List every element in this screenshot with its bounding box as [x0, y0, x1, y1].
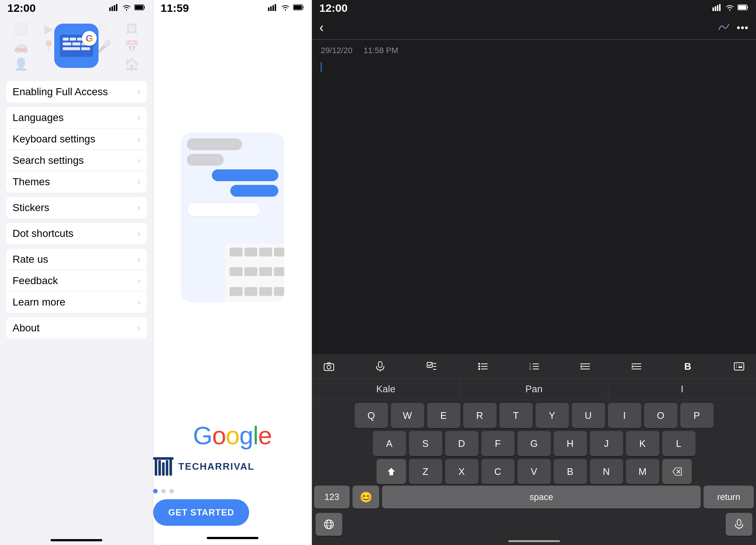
key-n[interactable]: N	[590, 459, 623, 484]
indent-button[interactable]	[627, 358, 646, 375]
menu-item-search-settings[interactable]: Search settings ›	[6, 150, 147, 171]
g-letter: G	[86, 33, 93, 44]
status-time-splash: 11:59	[161, 2, 189, 14]
menu-item-about[interactable]: About ›	[6, 317, 147, 339]
key-row-3: Z X C V B N M	[314, 459, 754, 484]
key-b[interactable]: B	[554, 459, 587, 484]
svg-rect-16	[169, 457, 172, 476]
notes-app-toolbar: ‹ •••	[312, 16, 756, 39]
svg-rect-6	[268, 7, 269, 11]
google-letter-g: G	[193, 421, 212, 449]
key-e[interactable]: E	[427, 403, 460, 428]
scribble-icon[interactable]	[718, 22, 729, 34]
key-p[interactable]: P	[680, 403, 714, 428]
notes-body[interactable]	[312, 58, 756, 354]
menu-item-rate-us[interactable]: Rate us ›	[6, 249, 147, 270]
menu-item-keyboard-settings[interactable]: Keyboard settings ›	[6, 128, 147, 150]
menu-item-feedback[interactable]: Feedback ›	[6, 270, 147, 292]
bold-button[interactable]: B	[678, 358, 697, 375]
key-h[interactable]: H	[554, 431, 587, 456]
key-s[interactable]: S	[409, 431, 442, 456]
google-letter-g2: g	[239, 421, 253, 449]
menu-item-dot-shortcuts[interactable]: Dot shortcuts ›	[6, 223, 147, 244]
key-z[interactable]: Z	[409, 459, 442, 484]
key-k[interactable]: K	[626, 431, 659, 456]
menu-item-enabling-full-access[interactable]: Enabling Full Access ›	[6, 81, 147, 103]
bullet-list-button[interactable]	[473, 358, 492, 375]
splash-panel: 11:59	[153, 0, 312, 545]
key-q[interactable]: Q	[355, 403, 388, 428]
svg-rect-11	[294, 6, 302, 10]
status-time-notes: 12:00	[319, 2, 348, 14]
key-m[interactable]: M	[626, 459, 659, 484]
notes-date-time: 29/12/20 11:58 PM	[321, 46, 747, 55]
menu-item-languages[interactable]: Languages ›	[6, 107, 147, 128]
wifi-icon-notes	[725, 4, 735, 13]
key-w[interactable]: W	[391, 403, 424, 428]
key-u[interactable]: U	[572, 403, 605, 428]
word-suggestions: Kale Pan I	[312, 379, 756, 400]
bg-icon-image: 🖼	[118, 20, 145, 38]
svg-rect-2	[114, 5, 115, 11]
suggestion-kale-text: Kale	[376, 383, 395, 395]
svg-point-59	[327, 520, 331, 529]
shift-key[interactable]	[377, 459, 406, 484]
menu-group-dot-shortcuts: Dot shortcuts ›	[6, 223, 147, 244]
space-key[interactable]: space	[382, 486, 701, 508]
back-button[interactable]: ‹	[319, 20, 324, 35]
battery-icon-splash	[293, 4, 304, 12]
numbered-list-button[interactable]: 1.2.3.	[525, 358, 544, 375]
bg-icon-files: ⬜	[7, 20, 35, 38]
mic-key[interactable]	[726, 513, 752, 536]
status-bar-settings: 12:00	[0, 0, 153, 16]
bottom-keyboard-row: 123 😊 space return	[312, 486, 756, 511]
return-key[interactable]: return	[704, 486, 754, 508]
key-i[interactable]: I	[608, 403, 641, 428]
keyboard-toggle-button[interactable]	[729, 358, 749, 375]
key-d[interactable]: D	[445, 431, 478, 456]
key-o[interactable]: O	[644, 403, 677, 428]
key-l[interactable]: L	[662, 431, 695, 456]
key-y[interactable]: Y	[536, 403, 569, 428]
key-c[interactable]: C	[481, 459, 515, 484]
suggestion-pan[interactable]: Pan	[460, 379, 608, 400]
google-letter-o2: o	[226, 421, 240, 449]
menu-group-access: Enabling Full Access ›	[6, 81, 147, 103]
key-g[interactable]: G	[518, 431, 551, 456]
delete-key[interactable]	[662, 459, 692, 484]
more-options-icon[interactable]: •••	[737, 22, 749, 34]
key-a[interactable]: A	[373, 431, 406, 456]
menu-item-themes[interactable]: Themes ›	[6, 171, 147, 193]
menu-item-stickers[interactable]: Stickers ›	[6, 197, 147, 218]
suggestion-i[interactable]: I	[608, 379, 756, 400]
bg-icon-car: 🚗	[7, 38, 35, 55]
audio-button[interactable]	[371, 358, 390, 375]
key-v[interactable]: V	[518, 459, 551, 484]
emoji-key[interactable]: 😊	[353, 486, 379, 508]
google-logo: Google	[153, 421, 312, 450]
menu-group-feedback: Rate us › Feedback › Learn more ›	[6, 249, 147, 313]
camera-button[interactable]	[319, 358, 339, 375]
key-j[interactable]: J	[590, 431, 623, 456]
key-x[interactable]: X	[445, 459, 478, 484]
key-r[interactable]: R	[463, 403, 496, 428]
g-logo: G	[82, 31, 97, 46]
phone-mockup	[153, 16, 312, 418]
chevron-icon-search: ›	[137, 155, 140, 166]
menu-item-learn-more[interactable]: Learn more ›	[6, 292, 147, 313]
globe-key[interactable]	[316, 513, 342, 536]
svg-rect-9	[275, 4, 276, 11]
num-key[interactable]: 123	[314, 486, 350, 508]
chevron-icon-languages: ›	[137, 113, 140, 123]
settings-menu: Enabling Full Access › Languages › Keybo…	[0, 81, 153, 539]
suggestion-kale[interactable]: Kale	[312, 379, 460, 400]
get-started-button[interactable]: GET STARTED	[153, 499, 249, 526]
svg-rect-24	[324, 364, 334, 370]
google-letter-l: l	[253, 421, 258, 449]
key-f[interactable]: F	[481, 431, 515, 456]
outdent-button[interactable]	[575, 358, 595, 375]
google-letter-e: e	[258, 421, 272, 449]
chat-bubble-gray-1	[187, 138, 242, 150]
checklist-button[interactable]	[422, 358, 441, 375]
key-t[interactable]: T	[499, 403, 533, 428]
